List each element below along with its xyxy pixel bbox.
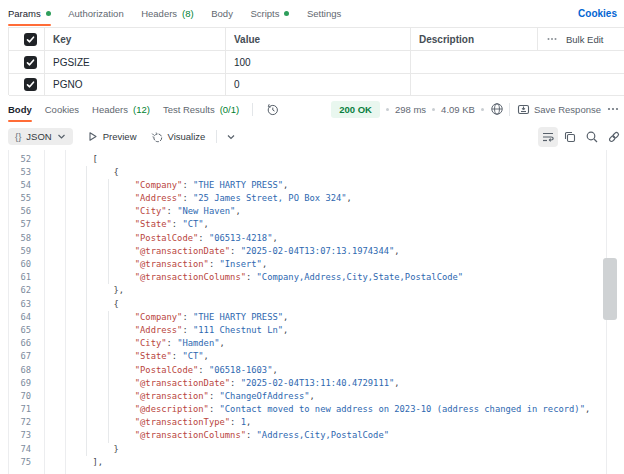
code-lines: 52 [53 {54 "Company": "THE HARTY PRESS",… xyxy=(0,153,624,470)
value-header[interactable]: Value xyxy=(226,28,411,50)
code-line: 67 "State": "CT", xyxy=(0,350,624,363)
response-history-icon[interactable] xyxy=(266,103,279,116)
code-line: 54 "Company": "THE HARTY PRESS", xyxy=(0,179,624,192)
response-tab-test-results[interactable]: Test Results(0/1) xyxy=(163,95,239,123)
vertical-scrollbar[interactable] xyxy=(603,258,618,320)
param-row: PGSIZE100 xyxy=(9,51,624,74)
tab-settings[interactable]: Settings xyxy=(307,0,341,27)
line-number: 73 xyxy=(0,429,31,442)
separator-dot xyxy=(432,108,435,111)
link-icon[interactable] xyxy=(604,127,624,147)
code-line: 72 "@transactionType": 1, xyxy=(0,416,624,429)
code-text: "@description": "Contact moved to new ad… xyxy=(50,403,590,416)
key-header[interactable]: Key xyxy=(45,28,226,50)
description-header[interactable]: Description xyxy=(411,28,538,50)
visualize-button[interactable]: Visualize xyxy=(151,131,206,143)
response-body-json[interactable]: 52 [53 {54 "Company": "THE HARTY PRESS",… xyxy=(0,150,624,474)
format-dropdown[interactable]: {} JSON xyxy=(8,128,73,145)
param-key[interactable]: PGSIZE xyxy=(45,51,226,73)
search-icon[interactable] xyxy=(582,127,602,147)
params-table: KeyValueDescriptionBulk EditPGSIZE100PGN… xyxy=(8,27,624,95)
code-line: 60 "@transaction": "Insert", xyxy=(0,258,624,271)
line-number: 52 xyxy=(0,153,31,166)
play-icon xyxy=(87,131,98,142)
tab-params[interactable]: Params xyxy=(8,0,51,27)
code-text: ], xyxy=(50,456,103,469)
response-tab-body[interactable]: Body xyxy=(8,95,32,123)
code-line: 61 "@transactionColumns": "Company,Addre… xyxy=(0,271,624,284)
line-number: 54 xyxy=(0,179,31,192)
more-icon[interactable] xyxy=(546,33,558,45)
modified-dot-icon xyxy=(46,11,51,16)
more-actions-icon[interactable] xyxy=(606,102,620,116)
tab-count: (0/1) xyxy=(220,104,240,115)
code-text: "State": "CT", xyxy=(50,218,209,231)
response-meta: 200 OK 298 ms 4.09 KB Save Response xyxy=(331,95,620,123)
line-number: 53 xyxy=(0,166,31,179)
tab-label: Headers xyxy=(141,8,177,19)
param-description[interactable] xyxy=(411,74,538,95)
row-checkbox[interactable] xyxy=(24,56,37,69)
code-text: "@transactionColumns": "Address,City,Pos… xyxy=(50,429,389,442)
preview-button[interactable]: Preview xyxy=(87,131,137,142)
code-line: 52 [ xyxy=(0,153,624,166)
line-number: 66 xyxy=(0,337,31,350)
tab-headers[interactable]: Headers(8) xyxy=(141,0,194,27)
tab-label: Test Results xyxy=(163,104,215,115)
wrap-text-icon[interactable] xyxy=(538,127,558,147)
tab-count: (8) xyxy=(182,8,194,19)
param-key[interactable]: PGNO xyxy=(45,74,226,95)
chevron-down-icon[interactable] xyxy=(226,132,236,142)
divider xyxy=(252,103,253,116)
code-text: "City": "Hamden", xyxy=(50,337,225,350)
response-tab-cookies[interactable]: Cookies xyxy=(45,95,79,123)
line-number: 74 xyxy=(0,443,31,456)
param-value[interactable]: 100 xyxy=(226,51,411,73)
network-icon[interactable] xyxy=(490,102,504,116)
line-number: 65 xyxy=(0,324,31,337)
code-line: 68 "PostalCode": "06518-1603", xyxy=(0,364,624,377)
code-text: "@transactionDate": "2025-02-04T13:11:40… xyxy=(50,377,400,390)
select-all-cell xyxy=(9,28,45,50)
code-text: }, xyxy=(50,284,124,297)
line-number: 59 xyxy=(0,245,31,258)
tab-authorization[interactable]: Authorization xyxy=(68,0,123,27)
tab-label: Authorization xyxy=(68,8,123,19)
code-text: "Address": "111 Chestnut Ln", xyxy=(50,324,288,337)
row-checkbox[interactable] xyxy=(24,78,37,91)
response-size: 4.09 KB xyxy=(441,104,475,115)
row-check-cell xyxy=(9,74,45,95)
param-value[interactable]: 0 xyxy=(226,74,411,95)
tab-body[interactable]: Body xyxy=(211,0,233,27)
visualize-icon xyxy=(151,131,163,143)
param-description[interactable] xyxy=(411,51,538,73)
request-tabs: ParamsAuthorizationHeaders(8)BodyScripts… xyxy=(0,0,624,27)
cookies-link[interactable]: Cookies xyxy=(578,0,617,27)
tab-label: Cookies xyxy=(45,104,79,115)
save-response-button[interactable]: Save Response xyxy=(517,103,601,116)
tab-label: Body xyxy=(211,8,233,19)
description-header-text: Description xyxy=(419,34,474,45)
code-line: 57 "State": "CT", xyxy=(0,218,624,231)
code-text: "@transactionType": 1, xyxy=(50,416,251,429)
param-key-text: PGNO xyxy=(53,79,82,90)
tab-label: Params xyxy=(8,8,41,19)
code-line: 63 { xyxy=(0,298,624,311)
tab-label: Body xyxy=(8,104,32,115)
view-toolbar: {} JSON Preview Visualize xyxy=(0,123,624,150)
bulk-edit-button[interactable]: Bulk Edit xyxy=(566,34,604,45)
separator-dot xyxy=(481,108,484,111)
code-line: 58 "PostalCode": "06513-4218", xyxy=(0,232,624,245)
bulk-edit-cell: Bulk Edit xyxy=(538,28,624,50)
line-number: 71 xyxy=(0,403,31,416)
table-header-row: KeyValueDescriptionBulk Edit xyxy=(9,28,624,51)
line-number: 62 xyxy=(0,284,31,297)
save-icon xyxy=(517,103,530,116)
tab-scripts[interactable]: Scripts xyxy=(250,0,289,27)
copy-icon[interactable] xyxy=(560,127,580,147)
row-checkbox[interactable] xyxy=(24,33,37,46)
param-extra-cell xyxy=(538,51,624,73)
response-tab-headers[interactable]: Headers(12) xyxy=(92,95,150,123)
line-number: 58 xyxy=(0,232,31,245)
code-line: 59 "@transactionDate": "2025-02-04T13:07… xyxy=(0,245,624,258)
